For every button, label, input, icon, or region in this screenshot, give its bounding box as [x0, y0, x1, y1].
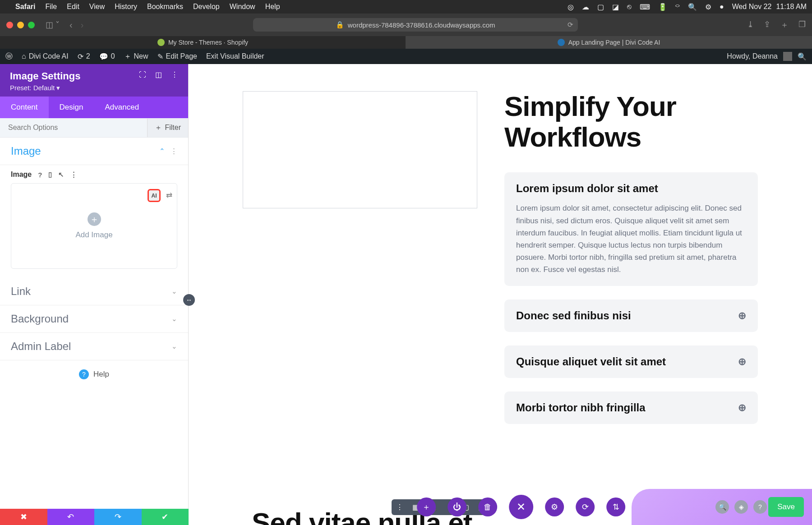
section-more-icon[interactable]: ⋮ [171, 147, 177, 155]
filter-button[interactable]: ＋ Filter [147, 119, 188, 137]
more-icon[interactable]: ⋮ [171, 70, 178, 79]
new-tab-icon[interactable]: ＋ [780, 19, 789, 30]
browser-tab-1[interactable]: My Store - Themes · Shopify [0, 36, 406, 49]
cloud-icon[interactable]: ☁ [582, 3, 589, 11]
tab-advanced[interactable]: Advanced [94, 97, 150, 118]
help-button[interactable]: ? [753, 500, 767, 514]
sidebar-toggle-icon[interactable]: ◫ ˅ [46, 20, 60, 30]
settings-list-icon[interactable]: ⇄ [166, 191, 172, 200]
power-button[interactable]: ⏻ [448, 497, 466, 516]
page-heading[interactable]: Simplify Your Workflows [504, 91, 758, 152]
close-toolbar-button[interactable]: ✕ [509, 495, 533, 519]
menu-window[interactable]: Window [230, 3, 255, 11]
ai-generate-button[interactable]: AI [148, 189, 161, 202]
section-background[interactable]: Background ⌄ [0, 305, 188, 333]
battery-icon[interactable]: 🔋 [658, 3, 667, 11]
settings-button[interactable]: ⚙ [545, 497, 564, 516]
address-bar[interactable]: 🔒 wordpress-784896-3788616.cloudwaysapps… [253, 18, 578, 32]
menubar-date[interactable]: Wed Nov 22 [732, 3, 772, 11]
help-icon[interactable]: ? [38, 171, 42, 179]
reload-icon[interactable]: ⟳ [567, 21, 573, 29]
discard-button[interactable]: ✖ [0, 509, 47, 525]
wp-edit-page[interactable]: ✎ Edit Page [157, 52, 197, 61]
menu-edit[interactable]: Edit [67, 3, 79, 11]
browser-tab-2[interactable]: App Landing Page | Divi Code AI [406, 36, 812, 49]
wp-new[interactable]: ＋ New [124, 52, 148, 61]
expand-icon[interactable]: ⊕ [738, 356, 746, 368]
collapse-icon[interactable]: ⌃ [159, 147, 165, 155]
panel-resize-handle[interactable]: ↔ [183, 294, 195, 306]
undo-button[interactable]: ↶ [47, 509, 95, 525]
more-icon[interactable]: ⋮ [396, 503, 403, 511]
forward-button[interactable]: › [81, 20, 84, 30]
add-button[interactable]: ＋ [417, 497, 436, 516]
columns-icon[interactable]: ◫ [155, 70, 162, 79]
menubar-time[interactable]: 11:18 AM [776, 3, 807, 11]
share-icon[interactable]: ⇪ [764, 19, 770, 30]
zoom-window-button[interactable] [28, 22, 35, 28]
hover-icon[interactable]: ↖ [58, 170, 64, 179]
wp-logo-icon[interactable]: ⓦ [5, 52, 13, 61]
accordion-item-1[interactable]: Lorem ipsum dolor sit amet Lorem ipsum d… [504, 172, 758, 286]
menu-help[interactable]: Help [265, 3, 280, 11]
download-icon[interactable]: ⤓ [747, 19, 754, 30]
wp-comments[interactable]: 💬 0 [99, 52, 115, 61]
expand-icon[interactable]: ⌄ [171, 342, 177, 350]
siri-icon[interactable]: ● [720, 3, 724, 11]
accordion-item-3[interactable]: Quisque aliquet velit sit amet⊕ [504, 345, 758, 378]
control-center-icon[interactable]: ⚙ [705, 3, 711, 11]
redo-button[interactable]: ↷ [94, 509, 142, 525]
menu-view[interactable]: View [89, 3, 105, 11]
tabs-icon[interactable]: ❐ [798, 19, 806, 30]
close-window-button[interactable] [6, 22, 13, 28]
accordion-item-4[interactable]: Morbi tortor nibh fringilla⊕ [504, 391, 758, 424]
menu-file[interactable]: File [45, 3, 57, 11]
layers-button[interactable]: ◈ [734, 500, 748, 514]
search-icon[interactable]: 🔍 [688, 3, 697, 11]
status-icon[interactable]: ◎ [567, 3, 574, 11]
wifi-icon[interactable]: ⌔ [675, 3, 680, 11]
app-name[interactable]: Safari [15, 3, 35, 11]
wp-search-icon[interactable]: 🔍 [798, 52, 807, 61]
wp-howdy[interactable]: Howdy, Deanna [727, 52, 778, 60]
search-options-input[interactable] [0, 118, 147, 137]
history-button[interactable]: ⟳ [576, 497, 595, 516]
menu-develop[interactable]: Develop [193, 3, 220, 11]
section-link[interactable]: Link ⌄ [0, 278, 188, 305]
page-canvas[interactable]: Simplify Your Workflows Lorem ipsum dolo… [189, 64, 812, 525]
bluetooth-icon[interactable]: ⎋ [627, 3, 632, 11]
delete-button[interactable]: 🗑 [478, 497, 497, 516]
save-button[interactable]: Save [768, 497, 804, 517]
menu-history[interactable]: History [115, 3, 137, 11]
image-upload-area[interactable]: AI ⇄ ＋ Add Image [11, 183, 177, 269]
wp-exit-visual-builder[interactable]: Exit Visual Builder [206, 52, 264, 60]
expand-icon[interactable]: ⊕ [738, 310, 746, 322]
expand-icon[interactable]: ⊕ [738, 402, 746, 414]
accordion-item-2[interactable]: Donec sed finibus nisi⊕ [504, 299, 758, 332]
folder-icon[interactable]: ▢ [597, 3, 604, 11]
tab-design[interactable]: Design [49, 97, 94, 118]
menu-bookmarks[interactable]: Bookmarks [147, 3, 183, 11]
apply-button[interactable]: ✔ [142, 509, 189, 525]
image-module-placeholder[interactable] [243, 91, 477, 208]
tab-content[interactable]: Content [0, 97, 49, 118]
section-image[interactable]: Image ⌃⋮ [0, 138, 188, 165]
keyboard-icon[interactable]: ⌨ [640, 3, 650, 11]
expand-icon[interactable]: ⌄ [171, 287, 177, 295]
phone-icon[interactable]: ▯ [48, 170, 52, 179]
section-admin-label[interactable]: Admin Label ⌄ [0, 333, 188, 360]
expand-icon[interactable]: ⌄ [171, 315, 177, 323]
sort-button[interactable]: ⇅ [606, 497, 625, 516]
avatar[interactable] [783, 52, 792, 61]
preset-dropdown[interactable]: Preset: Default ▾ [10, 84, 80, 92]
responsive-icon[interactable]: ⛶ [139, 71, 146, 79]
add-icon[interactable]: ＋ [88, 212, 101, 226]
airdrop-icon[interactable]: ◪ [612, 3, 619, 11]
minimize-window-button[interactable] [17, 22, 24, 28]
back-button[interactable]: ‹ [69, 20, 73, 30]
help-link[interactable]: ? Help [0, 360, 188, 388]
wp-site-name[interactable]: ⌂ Divi Code AI [22, 52, 69, 60]
find-button[interactable]: 🔍 [715, 500, 729, 514]
wp-updates[interactable]: ⟳ 2 [78, 52, 90, 61]
field-more-icon[interactable]: ⋮ [70, 170, 77, 179]
